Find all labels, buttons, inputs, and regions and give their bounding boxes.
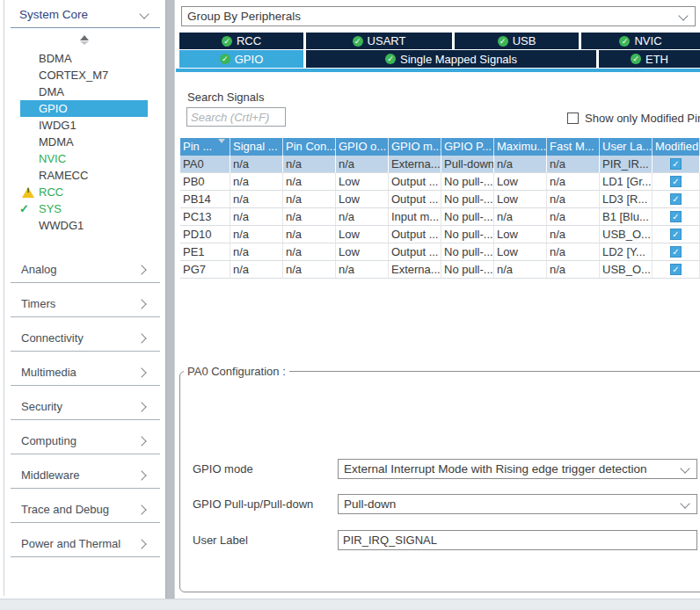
pin-row-pb14[interactable]: PB14n/an/aLowOutput ...No pull-...Lown/a…	[180, 191, 700, 208]
col-header-modified[interactable]: Modified	[653, 138, 700, 156]
sidebar-item-rcc[interactable]: RCC	[0, 184, 164, 200]
sidebar-category-computing[interactable]: Computing	[0, 432, 164, 467]
chevron-down-icon	[139, 9, 149, 18]
sidebar-category-multimedia[interactable]: Multimedia	[0, 364, 164, 398]
cell-gpio-o: Low	[336, 191, 389, 208]
col-header-user-la[interactable]: User La...	[600, 138, 653, 156]
cell-maximu: Low	[494, 243, 547, 261]
cell-user-la: LD1 [Gr...	[600, 173, 653, 191]
sidebar-item-dma[interactable]: DMA	[0, 84, 164, 100]
show-only-modified-checkbox[interactable]	[567, 113, 579, 124]
field-label-user-label: User Label	[193, 534, 248, 547]
show-only-modified-label: Show only Modified Pins	[585, 112, 700, 125]
modified-checkbox[interactable]	[670, 246, 682, 258]
sidebar-item-bdma[interactable]: BDMA	[0, 50, 164, 67]
cell-fast-m: n/a	[547, 226, 600, 243]
underline	[11, 316, 160, 317]
sidebar-item-iwdg1[interactable]: IWDG1	[0, 117, 164, 134]
sidebar-item-sys[interactable]: SYS	[0, 200, 164, 217]
tab-rcc[interactable]: RCC	[179, 33, 303, 49]
field-input-user-label[interactable]	[338, 530, 697, 550]
sidebar-item-label: IWDG1	[39, 119, 77, 132]
pin-row-pg7[interactable]: PG7n/an/an/aExterna...No pull-...n/an/aU…	[180, 261, 700, 279]
field-select-gpio-mode[interactable]: External Interrupt Mode with Rising edge…	[338, 459, 697, 479]
modified-checkbox[interactable]	[670, 229, 682, 240]
sidebar-item-nvic[interactable]: NVIC	[0, 150, 164, 167]
cell-gpio-m: Output ...	[389, 226, 441, 243]
list-scroll-up-button[interactable]	[77, 35, 91, 46]
sort-down-icon	[218, 139, 225, 156]
sidebar-item-wwdg1[interactable]: WWDG1	[0, 217, 164, 234]
col-header-signal[interactable]: Signal ...	[230, 138, 283, 156]
tab-usart[interactable]: USART	[306, 33, 452, 49]
cell-user-la: PIR_IR...	[600, 156, 653, 173]
green-check-icon	[385, 54, 396, 64]
modified-checkbox[interactable]	[670, 211, 682, 222]
tab-nvic[interactable]: NVIC	[581, 33, 700, 49]
category-label: Analog	[21, 263, 56, 276]
tab-eth[interactable]: ETH	[599, 50, 700, 68]
col-header-label: GPIO P...	[444, 140, 492, 153]
sidebar-category-middleware[interactable]: Middleware	[0, 467, 164, 501]
group-by-select[interactable]: Group By Peripherals	[181, 6, 696, 26]
cell-pin: PC13	[180, 208, 230, 226]
tab-single-mapped-signals[interactable]: Single Mapped Signals	[306, 50, 596, 68]
select-value: Pull-down	[344, 497, 396, 511]
sidebar-category-security[interactable]: Security	[0, 398, 164, 432]
sidebar-item-mdma[interactable]: MDMA	[0, 134, 164, 150]
col-header-label: Fast M...	[550, 140, 594, 153]
category-label: Computing	[21, 434, 77, 447]
underline	[11, 454, 160, 454]
sidebar-category-timers[interactable]: Timers	[0, 295, 164, 330]
modified-checkbox[interactable]	[670, 176, 682, 187]
gpio-pins-table: Pin ...Signal ...Pin Con...GPIO o...GPIO…	[180, 138, 700, 279]
cell-pin: PB14	[180, 191, 230, 208]
pin-row-pd10[interactable]: PD10n/an/aLowOutput ...No pull-...Lown/a…	[180, 226, 700, 243]
check-icon	[19, 200, 29, 217]
col-header-gpio-p[interactable]: GPIO P...	[441, 138, 494, 156]
col-header-label: Pin Con...	[286, 140, 336, 153]
tab-usb[interactable]: USB	[455, 33, 579, 49]
modified-checkbox[interactable]	[670, 264, 682, 275]
cell-signal: n/a	[230, 173, 283, 191]
pin-row-pc13[interactable]: PC13n/an/an/aInput m...No pull-...n/an/a…	[180, 208, 700, 226]
cell-gpio-p: No pull-...	[441, 173, 494, 191]
tab-gpio[interactable]: GPIO	[179, 50, 303, 68]
cell-gpio-o: Low	[336, 226, 389, 243]
sidebar-group-system-core[interactable]: System Core	[19, 8, 151, 24]
col-header-gpio-o[interactable]: GPIO o...	[336, 138, 389, 156]
sort-indicator-icon[interactable]	[211, 142, 225, 156]
pin-row-pe1[interactable]: PE1n/an/aLowOutput ...No pull-...Lown/aL…	[180, 243, 700, 261]
green-check-icon	[353, 36, 363, 47]
col-header-fast-m[interactable]: Fast M...	[547, 138, 600, 156]
field-select-gpio-pull-up-pull-down[interactable]: Pull-down	[338, 494, 697, 514]
modified-checkbox[interactable]	[670, 158, 682, 170]
col-header-maximu[interactable]: Maximu...	[494, 138, 547, 156]
col-header-pin-con[interactable]: Pin Con...	[283, 138, 336, 156]
search-input[interactable]	[186, 107, 286, 127]
cell-pin: PG7	[180, 261, 230, 279]
modified-checkbox[interactable]	[670, 193, 682, 205]
category-label: Middleware	[21, 468, 79, 482]
col-header-gpio-m[interactable]: GPIO m...	[389, 138, 441, 156]
category-label: Power and Thermal	[21, 537, 120, 550]
sidebar-category-trace-and-debug[interactable]: Trace and Debug	[0, 501, 164, 535]
green-check-icon	[220, 54, 230, 64]
cell-gpio-p: No pull-...	[441, 261, 494, 279]
green-check-icon	[222, 36, 232, 47]
sidebar-item-label: DMA	[39, 85, 64, 98]
sidebar-item-gpio[interactable]: GPIO	[20, 100, 148, 117]
sidebar-item-ramecc[interactable]: RAMECC	[0, 167, 164, 184]
col-header-pin[interactable]: Pin ...	[180, 138, 230, 156]
cell-gpio-o: n/a	[336, 156, 389, 173]
sidebar-category-connectivity[interactable]: Connectivity	[0, 330, 164, 364]
sidebar-category-power-and-thermal[interactable]: Power and Thermal	[0, 535, 164, 570]
sidebar-category-analog[interactable]: Analog	[0, 261, 164, 295]
pin-row-pb0[interactable]: PB0n/an/aLowOutput ...No pull-...Lown/aL…	[180, 173, 700, 191]
green-check-icon	[498, 36, 508, 47]
green-check-icon	[619, 36, 630, 47]
sidebar-item-cortex_m7[interactable]: CORTEX_M7	[0, 67, 164, 84]
cell-signal: n/a	[230, 156, 283, 173]
pin-row-pa0[interactable]: PA0n/an/an/aExterna...Pull-downn/an/aPIR…	[180, 156, 700, 173]
panel-splitter[interactable]	[165, 0, 175, 599]
